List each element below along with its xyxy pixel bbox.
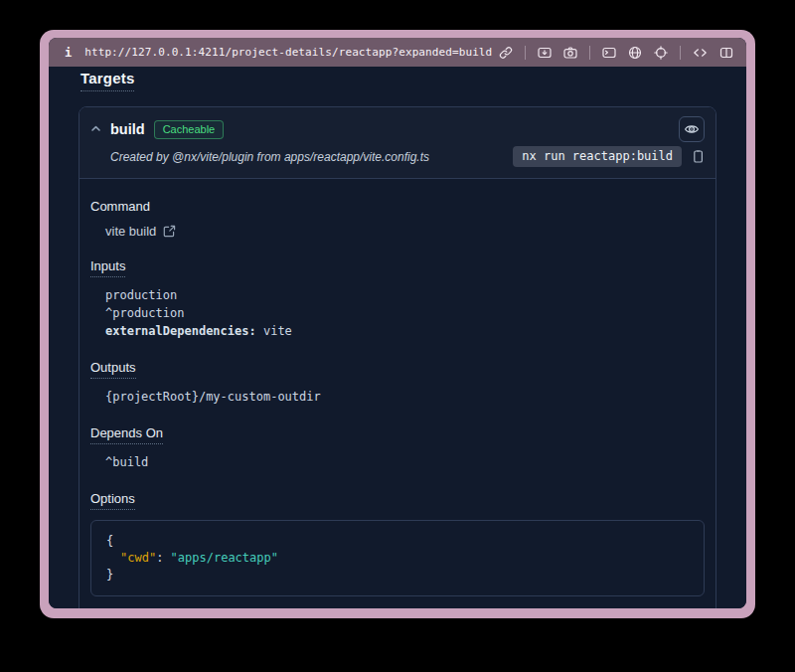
globe-icon[interactable] <box>628 46 642 60</box>
options-json-block: { "cwd": "apps/reactapp" } <box>90 520 705 596</box>
url-toolbar: i http://127.0.0.1:4211/project-details/… <box>49 38 746 67</box>
cacheable-badge: Cacheable <box>154 120 225 139</box>
url-text[interactable]: http://127.0.0.1:4211/project-details/re… <box>84 46 499 59</box>
depends-on-item: ^build <box>105 453 705 471</box>
json-property-line: "cwd": "apps/reactapp" <box>106 550 689 567</box>
terminal-icon[interactable] <box>602 46 616 60</box>
toolbar-separator <box>680 46 681 60</box>
toolbar-icons <box>499 46 733 60</box>
page-title: Targets <box>80 67 716 91</box>
toolbar-separator <box>525 46 526 60</box>
input-item: production <box>105 286 705 304</box>
command-value: vite build <box>105 224 156 239</box>
window-inner: i http://127.0.0.1:4211/project-details/… <box>49 38 746 608</box>
info-icon: i <box>65 46 72 60</box>
input-item: ^production <box>105 304 705 322</box>
depends-on-section-label: Depends On <box>90 423 705 444</box>
screencast-icon[interactable] <box>538 46 552 60</box>
json-open-brace: { <box>106 533 689 550</box>
inputs-section-label: Inputs <box>90 256 705 277</box>
build-card-header: build Cacheable Created by @nx/vite/plug… <box>80 107 716 179</box>
view-graph-button[interactable] <box>679 116 705 142</box>
target-card-build: build Cacheable Created by @nx/vite/plug… <box>79 106 716 608</box>
chevron-up-icon[interactable] <box>90 120 101 138</box>
page-content: Targets build Cacheable <box>49 67 746 608</box>
run-command-chip: nx run reactapp:build <box>513 146 682 167</box>
external-link-icon <box>163 225 176 238</box>
options-section-label: Options <box>90 489 705 510</box>
command-section-label: Command <box>90 197 705 215</box>
build-card-body: Command vite build I <box>80 179 716 608</box>
inspect-icon[interactable] <box>654 46 668 60</box>
input-item: externalDependencies: vite <box>105 322 705 340</box>
created-by-text: Created by @nx/vite/plugin from apps/rea… <box>110 150 429 164</box>
camera-icon[interactable] <box>563 46 577 60</box>
code-icon[interactable] <box>693 46 708 60</box>
json-close-brace: } <box>106 567 689 584</box>
open-config-button[interactable] <box>163 225 176 238</box>
outputs-section-label: Outputs <box>90 358 705 379</box>
toolbar-separator <box>589 46 590 60</box>
copy-command-button[interactable] <box>692 149 705 164</box>
output-item: {projectRoot}/my-custom-outdir <box>105 388 705 406</box>
target-name[interactable]: build <box>110 121 145 137</box>
eye-icon <box>684 121 700 137</box>
link-icon[interactable] <box>499 46 513 60</box>
browser-window: i http://127.0.0.1:4211/project-details/… <box>40 30 755 618</box>
copy-icon <box>692 149 705 164</box>
split-panel-icon[interactable] <box>719 46 733 60</box>
targets-heading-text[interactable]: Targets <box>80 70 134 91</box>
